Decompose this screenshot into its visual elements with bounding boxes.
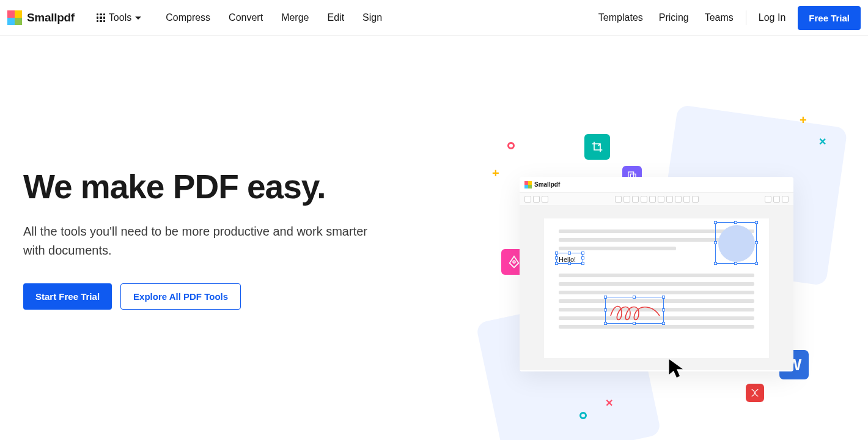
editor-page: Hello! bbox=[544, 218, 769, 358]
editor-toolbar bbox=[520, 193, 793, 205]
nav-secondary: Templates Pricing Teams bbox=[598, 12, 734, 23]
nav-edit[interactable]: Edit bbox=[328, 12, 345, 23]
plus-icon: + bbox=[492, 166, 499, 181]
toolbar-group-right bbox=[765, 196, 789, 203]
shape-icon bbox=[746, 384, 764, 402]
circle-icon bbox=[507, 142, 515, 149]
text-selection: Hello! bbox=[556, 253, 583, 264]
x-icon: ✕ bbox=[818, 136, 826, 147]
nav-teams[interactable]: Teams bbox=[705, 12, 734, 23]
hero-illustration: + + ✕ ✕ W Smallpdf bbox=[440, 73, 868, 440]
tools-label: Tools bbox=[109, 12, 131, 23]
logo-text: Smallpdf bbox=[27, 11, 75, 24]
crop-icon bbox=[584, 134, 610, 160]
logo-icon bbox=[524, 181, 532, 188]
signature-icon bbox=[606, 297, 664, 324]
grid-icon bbox=[97, 13, 105, 22]
plus-icon: + bbox=[800, 113, 807, 127]
nav-pricing[interactable]: Pricing bbox=[659, 12, 689, 23]
nav-sign[interactable]: Sign bbox=[362, 12, 382, 23]
hero-section: We make PDF easy. All the tools you'll n… bbox=[0, 36, 868, 440]
start-free-trial-button[interactable]: Start Free Trial bbox=[23, 283, 112, 310]
hero-title: We make PDF easy. bbox=[23, 170, 414, 205]
editor-header: Smallpdf bbox=[520, 177, 793, 193]
x-icon: ✕ bbox=[605, 397, 613, 409]
toolbar-group-left bbox=[524, 196, 548, 203]
signature-selection bbox=[605, 297, 664, 324]
cursor-icon bbox=[668, 357, 686, 379]
svg-point-2 bbox=[513, 261, 515, 263]
hero-subtitle: All the tools you'll need to be more pro… bbox=[23, 222, 384, 260]
site-header: Smallpdf Tools Compress Convert Merge Ed… bbox=[0, 0, 868, 36]
shape-selection bbox=[715, 222, 757, 264]
separator bbox=[746, 10, 746, 25]
logo[interactable]: Smallpdf bbox=[7, 10, 75, 25]
editor-canvas: Hello! bbox=[520, 205, 793, 370]
circle-icon bbox=[579, 412, 587, 419]
nav-merge[interactable]: Merge bbox=[281, 12, 309, 23]
nav-templates[interactable]: Templates bbox=[598, 12, 643, 23]
editor-preview: Smallpdf Hello! bbox=[520, 177, 793, 371]
tools-dropdown[interactable]: Tools bbox=[97, 12, 141, 23]
nav-compress[interactable]: Compress bbox=[166, 12, 210, 23]
login-link[interactable]: Log In bbox=[759, 12, 785, 23]
hero-ctas: Start Free Trial Explore All PDF Tools bbox=[23, 283, 414, 310]
nav-primary: Compress Convert Merge Edit Sign bbox=[166, 12, 382, 23]
editor-brand: Smallpdf bbox=[534, 181, 560, 188]
free-trial-button[interactable]: Free Trial bbox=[798, 6, 861, 30]
explore-tools-button[interactable]: Explore All PDF Tools bbox=[120, 283, 241, 310]
toolbar-group-center bbox=[615, 196, 699, 203]
logo-icon bbox=[7, 10, 22, 25]
hero-content: We make PDF easy. All the tools you'll n… bbox=[23, 73, 414, 440]
chevron-down-icon bbox=[135, 17, 141, 20]
nav-convert[interactable]: Convert bbox=[229, 12, 263, 23]
